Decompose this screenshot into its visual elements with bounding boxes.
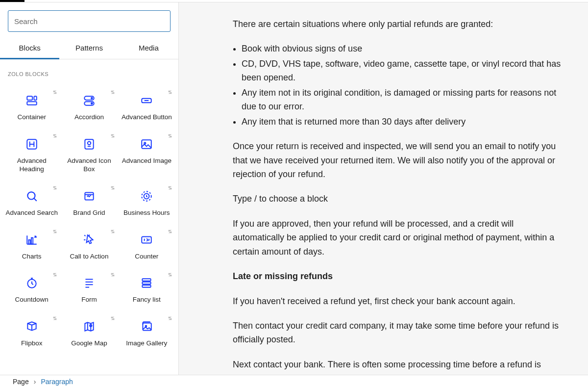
paragraph-block[interactable]: If you haven't received a refund yet, fi…: [233, 294, 564, 308]
block-item-cta[interactable]: Call to Action: [60, 224, 118, 268]
inserter-tabs: Blocks Patterns Media: [0, 38, 178, 59]
zolo-badge-icon: [168, 131, 172, 136]
block-label: Countdown: [15, 296, 49, 304]
zolo-badge-icon: [52, 183, 57, 188]
block-label: Fancy list: [133, 296, 161, 304]
empty-paragraph-placeholder[interactable]: Type / to choose a block: [233, 192, 564, 206]
block-label: Advanced Icon Box: [62, 157, 116, 174]
zolo-badge-icon: [52, 270, 57, 275]
breadcrumb-root[interactable]: Page: [13, 378, 29, 386]
accordion-icon: [82, 94, 96, 107]
list-block[interactable]: Book with obvious signs of use CD, DVD, …: [233, 42, 564, 129]
chevron-right-icon: ›: [34, 378, 36, 386]
tab-media[interactable]: Media: [119, 38, 178, 59]
adv-icon-box-icon: [82, 137, 96, 151]
list-item[interactable]: Any item that is returned more than 30 d…: [242, 115, 564, 129]
block-item-adv-heading[interactable]: Advanced Heading: [3, 129, 60, 181]
block-label: Container: [17, 113, 46, 122]
block-label: Advanced Image: [122, 157, 172, 165]
block-grid: ContainerAccordionAdvanced ButtonAdvance…: [0, 81, 178, 364]
search-icon: [154, 16, 164, 26]
block-item-adv-button[interactable]: Advanced Button: [118, 85, 175, 129]
zolo-badge-icon: [110, 314, 115, 319]
block-label: Brand Grid: [73, 209, 105, 217]
business-hours-icon: [140, 189, 153, 203]
zolo-badge-icon: [168, 314, 172, 319]
list-item[interactable]: Any item not in its original condition, …: [242, 86, 564, 114]
editor-canvas[interactable]: There are certain situations where only …: [179, 2, 588, 375]
brand-grid-icon: [82, 189, 96, 203]
block-label: Accordion: [74, 113, 104, 122]
zolo-badge-icon: [52, 131, 57, 136]
form-icon: [82, 276, 96, 290]
fancy-list-icon: [140, 276, 153, 290]
block-label: Charts: [22, 253, 42, 261]
paragraph-block[interactable]: Once your return is received and inspect…: [233, 139, 564, 181]
counter-icon: [140, 233, 153, 247]
zolo-badge-icon: [168, 183, 172, 188]
block-item-charts[interactable]: Charts: [3, 224, 60, 268]
block-item-adv-search[interactable]: Advanced Search: [3, 181, 60, 224]
block-item-countdown[interactable]: Countdown: [3, 267, 60, 311]
block-label: Image Gallery: [126, 339, 167, 348]
block-label: Advanced Button: [122, 113, 172, 122]
block-item-brand-grid[interactable]: Brand Grid: [60, 181, 118, 224]
block-item-image-gallery[interactable]: Image Gallery: [118, 311, 175, 355]
block-item-adv-image[interactable]: Advanced Image: [118, 129, 175, 181]
adv-image-icon: [140, 137, 153, 151]
block-search-box[interactable]: [8, 10, 171, 32]
block-label: Advanced Heading: [5, 157, 58, 174]
adv-heading-icon: [25, 137, 39, 151]
cta-icon: [82, 233, 96, 247]
zolo-badge-icon: [168, 88, 172, 93]
block-label: Form: [81, 296, 97, 304]
countdown-icon: [25, 276, 39, 290]
block-label: Counter: [135, 253, 158, 261]
adv-search-icon: [25, 189, 39, 203]
tab-patterns[interactable]: Patterns: [59, 38, 119, 59]
list-item[interactable]: CD, DVD, VHS tape, software, video game,…: [242, 57, 564, 85]
zolo-badge-icon: [110, 183, 115, 188]
paragraph-block[interactable]: There are certain situations where only …: [233, 17, 564, 31]
block-item-container[interactable]: Container: [3, 85, 60, 129]
google-map-icon: [82, 320, 96, 334]
paragraph-block[interactable]: Then contact your credit card company, i…: [233, 319, 564, 347]
zolo-badge-icon: [110, 227, 115, 232]
zolo-badge-icon: [110, 88, 115, 93]
block-item-accordion[interactable]: Accordion: [60, 85, 118, 129]
adv-button-icon: [140, 94, 153, 107]
block-label: Flipbox: [21, 339, 43, 348]
block-search-input[interactable]: [14, 17, 154, 26]
block-label: Google Map: [71, 339, 107, 348]
block-breadcrumb: Page › Paragraph: [0, 375, 588, 388]
charts-icon: [25, 233, 39, 247]
block-label: Business Hours: [123, 209, 170, 217]
zolo-badge-icon: [168, 227, 172, 232]
zolo-badge-icon: [52, 314, 57, 319]
section-label-zolo: ZOLO BLOCKS: [0, 59, 178, 81]
block-label: Advanced Search: [5, 209, 58, 217]
list-item[interactable]: Book with obvious signs of use: [242, 42, 564, 55]
zolo-badge-icon: [52, 227, 57, 232]
flipbox-icon: [25, 320, 39, 334]
paragraph-block[interactable]: If you are approved, then your refund wi…: [233, 217, 564, 259]
zolo-badge-icon: [168, 270, 172, 275]
tab-blocks[interactable]: Blocks: [0, 38, 59, 59]
image-gallery-icon: [140, 320, 153, 334]
paragraph-block[interactable]: Next contact your bank. There is often s…: [233, 358, 564, 375]
block-inserter-panel: Blocks Patterns Media ZOLO BLOCKS Contai…: [0, 2, 179, 375]
block-item-counter[interactable]: Counter: [118, 224, 175, 268]
breadcrumb-current[interactable]: Paragraph: [41, 378, 73, 386]
block-item-form[interactable]: Form: [60, 267, 118, 311]
block-item-adv-icon-box[interactable]: Advanced Icon Box: [60, 129, 118, 181]
zolo-badge-icon: [110, 131, 115, 136]
block-item-google-map[interactable]: Google Map: [60, 311, 118, 355]
zolo-badge-icon: [110, 270, 115, 275]
container-icon: [25, 94, 39, 107]
block-item-fancy-list[interactable]: Fancy list: [118, 267, 175, 311]
block-item-business-hours[interactable]: Business Hours: [118, 181, 175, 224]
paragraph-block[interactable]: Late or missing refunds: [233, 269, 564, 283]
zolo-badge-icon: [52, 88, 57, 93]
block-label: Call to Action: [70, 253, 109, 261]
block-item-flipbox[interactable]: Flipbox: [3, 311, 60, 355]
